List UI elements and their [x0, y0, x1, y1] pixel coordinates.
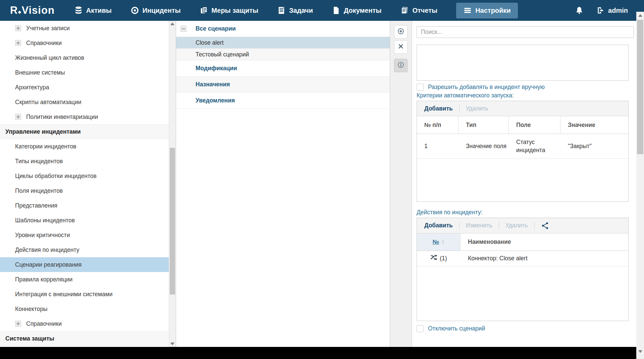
nav-item-reports[interactable]: Отчеты [400, 0, 437, 21]
nav-item-label: Настройки [475, 7, 511, 14]
sidebar-item[interactable]: Коннекторы [0, 302, 169, 316]
logo-text-left: R [10, 4, 18, 16]
criteria-cell: Значение поля [459, 134, 509, 159]
delete-button[interactable]: Удалить [466, 105, 488, 112]
sidebar-item-label: Сценарии реагирования [15, 261, 82, 268]
checkbox-icon[interactable] [417, 84, 424, 91]
sidebar-item[interactable]: Скрипты автоматизации [0, 95, 169, 109]
sidebar-item[interactable]: Справочники [0, 316, 169, 331]
main-scroll-thumb[interactable] [637, 20, 643, 154]
criteria-row[interactable]: 1Значение поляСтатус инцидента"Закрыт" [417, 134, 628, 159]
tree-item[interactable]: Close alert [176, 37, 390, 49]
sidebar-item-label: Система защиты [5, 335, 54, 342]
main-scroll-up-icon[interactable] [636, 12, 644, 18]
sidebar-scroll-down-icon[interactable] [169, 341, 176, 347]
toolbar-separator [499, 222, 499, 229]
actions-name-column-header[interactable]: Наименование [461, 233, 628, 251]
delete-button[interactable]: Удалить [505, 222, 528, 229]
plus-expander-icon[interactable] [15, 114, 21, 120]
tree-item[interactable]: Все сценарии [176, 21, 390, 37]
minus-expander-icon[interactable] [180, 26, 186, 32]
remove-button[interactable] [394, 40, 408, 54]
share-button[interactable] [541, 222, 549, 230]
sidebar-item-label: Коннекторы [15, 306, 48, 313]
disable-scenario-checkbox[interactable]: Отключить сценарий [417, 325, 485, 332]
sidebar-item[interactable]: Поля инцидентов [0, 183, 169, 198]
tree-item[interactable]: Уведомления [176, 93, 390, 109]
sidebar-item[interactable]: Сценарии реагирования [0, 257, 169, 272]
action-row[interactable]: (1)Коннектор: Close alert [417, 251, 628, 266]
nav-item-assets[interactable]: Активы [74, 0, 112, 21]
nav-item-documents[interactable]: Документы [332, 0, 381, 21]
notifications-bell-icon[interactable] [575, 6, 584, 15]
logout-user-button[interactable]: admin [596, 6, 628, 15]
menu-icon [463, 6, 472, 15]
sidebar-item[interactable]: Политики инвентаризации [0, 109, 169, 124]
sidebar-item[interactable]: Внешние системы [0, 65, 169, 80]
nav-item-label: Активы [86, 7, 112, 14]
add-button[interactable]: Добавить [424, 222, 453, 229]
main-scroll-down-icon[interactable] [636, 349, 644, 355]
sidebar-item[interactable]: Управление инцидентами [0, 124, 169, 139]
num-column-label: № [433, 238, 439, 245]
info-button[interactable] [394, 59, 408, 72]
toolbar-separator [459, 222, 460, 229]
criteria-column-header[interactable]: Тип [459, 116, 509, 134]
main-scrollbar[interactable] [636, 12, 644, 359]
document-icon [332, 6, 340, 15]
sidebar-item-label: Категории инцидентов [15, 143, 76, 150]
actions-num-column-header[interactable]: № ↑ [417, 233, 461, 251]
sidebar-item-label: Действия по инциденту [15, 246, 79, 254]
criteria-table: ДобавитьУдалить № п/пТипПолеЗначение 1Зн… [417, 101, 629, 202]
sidebar-item[interactable]: Циклы обработки инцидентов [0, 169, 169, 183]
sidebar-item-label: Справочники [26, 40, 62, 47]
shield-docs-icon [200, 6, 208, 15]
sidebar-item[interactable]: Действия по инциденту [0, 242, 169, 257]
nav-item-incidents[interactable]: Инциденты [130, 0, 181, 21]
edit-button[interactable]: Изменить [466, 222, 492, 229]
sidebar-item[interactable]: Представления [0, 198, 169, 213]
sidebar-item-label: Типы инцидентов [15, 158, 63, 165]
nav-item-label: Инциденты [143, 7, 181, 14]
rvision-logo[interactable]: R Vision [10, 4, 55, 16]
sidebar-item[interactable]: Система защиты [0, 331, 169, 346]
shuffle-icon [430, 254, 437, 263]
actions-section-label: Действия по инциденту: [417, 209, 482, 216]
criteria-column-header[interactable]: № п/п [417, 116, 459, 134]
sidebar-item[interactable]: Уровни критичности [0, 228, 169, 242]
logo-text-right: Vision [21, 4, 54, 16]
nav-item-settings[interactable]: Настройки [456, 3, 518, 18]
sidebar-item-label: Внешние системы [15, 69, 65, 76]
sidebar-item[interactable]: Учетные записи [0, 21, 169, 36]
share-icon [541, 222, 549, 230]
sidebar-item[interactable]: Типы инцидентов [0, 154, 169, 169]
actions-table-body: (1)Коннектор: Close alert [417, 251, 628, 266]
sidebar-scroll-thumb[interactable] [170, 148, 175, 295]
add-button[interactable]: Добавить [424, 105, 453, 112]
nav-item-protection-measures[interactable]: Меры защиты [200, 0, 258, 21]
tree-item[interactable]: Назначения [176, 77, 390, 93]
plus-expander-icon[interactable] [15, 25, 21, 31]
sidebar-item[interactable]: Жизненный цикл активов [0, 50, 169, 65]
plus-expander-icon[interactable] [15, 40, 21, 46]
sidebar-item[interactable]: Интеграция с внешними системами [0, 287, 169, 302]
sidebar-item[interactable]: Правила корреляции [0, 272, 169, 287]
sidebar-scrollbar[interactable] [169, 21, 176, 347]
add-button[interactable] [394, 25, 408, 39]
sidebar-item[interactable]: Категории инцидентов [0, 139, 169, 154]
scenario-description-field[interactable] [417, 45, 629, 81]
tree-item[interactable]: Модификации [176, 60, 390, 77]
tree-item[interactable]: Тестовый сценарий [176, 49, 390, 60]
sidebar-item[interactable]: Шаблоны инцидентов [0, 213, 169, 228]
criteria-column-header[interactable]: Поле [509, 116, 560, 134]
sidebar-item[interactable]: Архитектура [0, 80, 169, 95]
search-input[interactable] [417, 26, 634, 38]
checkbox-icon[interactable] [417, 325, 424, 332]
sidebar-item[interactable]: Справочники [0, 36, 169, 50]
allow-manual-add-checkbox[interactable]: Разрешить добавлять в инцидент вручную [417, 84, 545, 91]
sidebar-scroll-up-icon[interactable] [169, 21, 176, 27]
criteria-column-header[interactable]: Значение [560, 116, 628, 134]
nav-item-tasks[interactable]: Задачи [277, 0, 313, 21]
plus-expander-icon[interactable] [15, 321, 21, 327]
sidebar-item-label: Скрипты автоматизации [15, 99, 81, 106]
